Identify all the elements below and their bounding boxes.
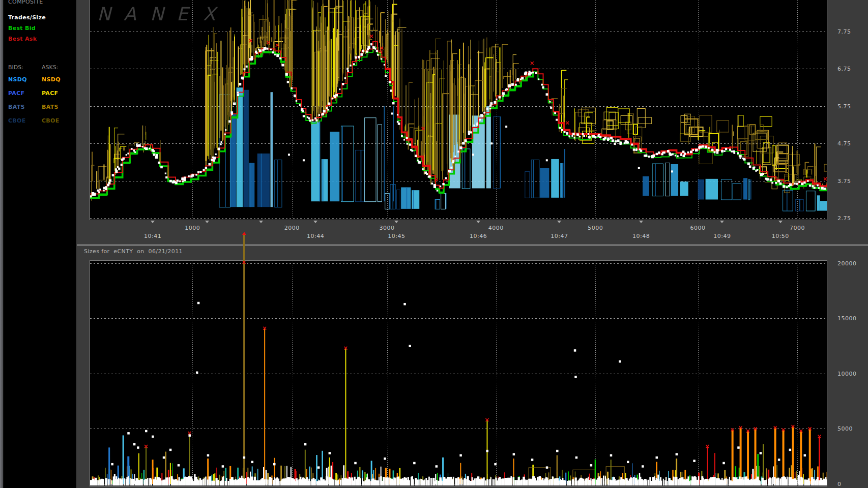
y-tick-label: 4.75 xyxy=(837,140,851,147)
series-title: COMPOSITE xyxy=(8,0,43,5)
bid-exchange-label: BATS xyxy=(8,104,42,110)
legend-list: Trades/SizeBest BidBest Ask xyxy=(8,12,46,44)
y-tick-label: 10000 xyxy=(837,371,857,377)
x-tick-label: 4000 xyxy=(488,225,504,231)
exchange-legend-grid: NSDQNSDQPACFPACFBATSBATSCBOECBOE xyxy=(8,76,74,131)
y-tick-label: 20000 xyxy=(837,260,857,267)
window-edge-strip xyxy=(0,0,4,488)
tick-arrow-icon xyxy=(313,221,317,223)
tick-arrow-icon xyxy=(205,221,209,223)
time-tick-label: 10:48 xyxy=(632,233,650,239)
y-tick-label: 0 xyxy=(837,481,842,487)
legend-item-best-bid: Best Bid xyxy=(8,23,46,34)
size-chart-canvas[interactable] xyxy=(90,261,827,485)
time-tick-label: 10:41 xyxy=(144,233,161,239)
bids-asks-header: BIDS:ASKS: xyxy=(8,64,74,71)
tick-arrow-icon xyxy=(557,221,561,223)
tick-arrow-icon xyxy=(394,221,398,223)
time-tick-label: 10:50 xyxy=(772,233,789,239)
y-tick-label: 15000 xyxy=(837,315,857,322)
legend-sidebar: COMPOSITE Trades/SizeBest BidBest Ask BI… xyxy=(4,0,76,488)
legend-item-trades-size: Trades/Size xyxy=(8,12,46,23)
bid-exchange-label: NSDQ xyxy=(8,76,42,83)
y-tick-label: 7.75 xyxy=(837,28,851,35)
asks-header: ASKS: xyxy=(42,64,58,71)
exchange-row: NSDQNSDQ xyxy=(8,76,74,90)
size-spike-stem xyxy=(243,235,245,261)
y-tick-label: 6.75 xyxy=(837,66,851,72)
exchange-row: CBOECBOE xyxy=(8,117,74,131)
size-spike-overflow xyxy=(242,232,246,261)
time-tick-label: 10:45 xyxy=(388,233,405,239)
ask-exchange-label: NSDQ xyxy=(42,76,61,83)
time-tick-label: 10:49 xyxy=(713,233,731,239)
y-tick-label: 2.75 xyxy=(837,215,851,222)
tick-arrow-icon xyxy=(259,221,263,223)
panel-separator xyxy=(77,245,868,246)
time-tick-label: 10:46 xyxy=(470,233,487,239)
time-tick-label: 10:44 xyxy=(307,233,324,239)
tick-arrow-icon xyxy=(720,221,724,223)
y-tick-label: 5.75 xyxy=(837,103,851,110)
tick-arrow-icon xyxy=(151,221,155,223)
x-tick-label: 5000 xyxy=(588,225,603,231)
x-tick-label: 3000 xyxy=(380,225,395,231)
price-chart-canvas[interactable] xyxy=(90,0,827,220)
y-tick-label: 5000 xyxy=(837,425,853,432)
legend-item-best-ask: Best Ask xyxy=(8,34,46,44)
exchange-row: PACFPACF xyxy=(8,90,74,104)
x-tick-label: 2000 xyxy=(284,225,300,231)
y-tick-label: 3.75 xyxy=(837,178,851,185)
nanex-chart-window: COMPOSITE Trades/SizeBest BidBest Ask BI… xyxy=(0,0,868,488)
exchange-row: BATSBATS xyxy=(8,104,74,117)
tick-arrow-icon xyxy=(476,221,480,223)
tick-arrow-icon xyxy=(639,221,643,223)
time-tick-label: 10:47 xyxy=(551,233,568,239)
bid-exchange-label: CBOE xyxy=(8,117,42,124)
ask-exchange-label: BATS xyxy=(42,104,59,110)
x-tick-label: 6000 xyxy=(690,225,706,231)
bid-exchange-label: PACF xyxy=(8,90,42,97)
ask-exchange-label: CBOE xyxy=(42,117,60,124)
size-chart-title: Sizes for eCNTY on 06/21/2011 xyxy=(84,248,183,255)
tick-arrow-icon xyxy=(778,221,783,223)
x-tick-label: 1000 xyxy=(185,225,200,231)
size-spike-red-tip-icon xyxy=(242,232,246,235)
ask-exchange-label: PACF xyxy=(42,90,58,97)
bids-header: BIDS: xyxy=(8,64,42,71)
x-tick-label: 7000 xyxy=(790,225,805,231)
